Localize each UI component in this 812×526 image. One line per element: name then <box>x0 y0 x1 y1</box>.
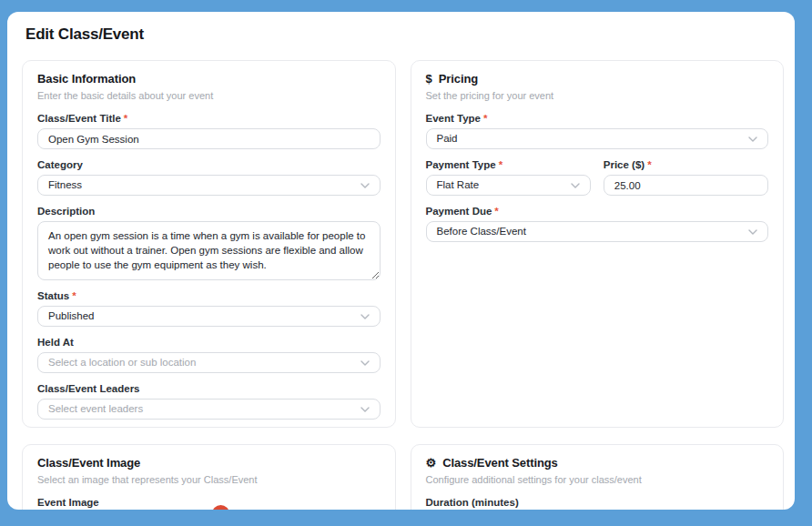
chevron-down-icon <box>748 229 757 235</box>
description-textarea[interactable]: An open gym session is a time when a gym… <box>37 221 381 280</box>
category-label: Category <box>37 159 381 170</box>
chevron-down-icon <box>360 314 370 319</box>
payment-type-select-value: Flat Rate <box>437 176 480 195</box>
category-select-value: Fitness <box>48 176 82 195</box>
edit-class-event-page: Edit Class/Event Basic Information Enter… <box>7 12 795 510</box>
event-type-label: Event Type * <box>426 113 769 124</box>
event-type-select-value: Paid <box>437 129 458 148</box>
held-at-label: Held At <box>37 337 381 348</box>
event-title-field: Class/Event Title * <box>37 113 381 149</box>
payment-due-select-value: Before Class/Event <box>437 222 526 241</box>
chevron-down-icon <box>360 407 370 412</box>
duration-field: Duration (minutes) <box>426 497 769 508</box>
duration-label: Duration (minutes) <box>426 497 769 508</box>
required-marker: * <box>494 206 498 217</box>
settings-card-header: ⚙ Class/Event Settings <box>426 456 769 470</box>
image-card-subtitle: Select an image that represents your Cla… <box>37 473 381 487</box>
event-title-label: Class/Event Title * <box>37 113 381 124</box>
price-input[interactable] <box>604 175 768 196</box>
top-cards-row: Basic Information Enter the basic detail… <box>7 60 795 428</box>
event-type-select[interactable]: Paid <box>426 128 769 149</box>
payment-due-field: Payment Due * Before Class/Event <box>426 206 769 242</box>
payment-due-select[interactable]: Before Class/Event <box>426 221 769 242</box>
bottom-cards-row: Class/Event Image Select an image that r… <box>7 444 795 510</box>
leaders-select[interactable]: Select event leaders <box>37 399 381 420</box>
basic-information-card: Basic Information Enter the basic detail… <box>22 60 396 428</box>
category-field: Category Fitness <box>37 159 381 196</box>
image-card-title: Class/Event Image <box>37 456 140 470</box>
image-card-header: Class/Event Image <box>37 456 381 470</box>
app-frame: { "page": { "title": "Edit Class/Event" … <box>0 0 812 526</box>
leaders-select-placeholder: Select event leaders <box>48 400 143 419</box>
payment-row: Payment Type * Flat Rate Price ($) * <box>426 149 769 196</box>
gear-icon: ⚙ <box>426 456 437 470</box>
page-title: Edit Class/Event <box>25 24 795 46</box>
status-label: Status * <box>37 290 381 301</box>
status-select[interactable]: Published <box>37 306 381 327</box>
class-event-image-card: Class/Event Image Select an image that r… <box>22 444 396 510</box>
basic-information-subtitle: Enter the basic details about your event <box>37 89 381 103</box>
pricing-header: $ Pricing <box>426 72 769 86</box>
payment-type-field: Payment Type * Flat Rate <box>426 159 591 196</box>
pricing-card: $ Pricing Set the pricing for your event… <box>411 60 785 428</box>
description-field: Description An open gym session is a tim… <box>37 206 381 280</box>
leaders-label: Class/Event Leaders <box>37 383 381 394</box>
status-field: Status * Published <box>37 290 381 327</box>
payment-type-label: Payment Type * <box>426 159 591 170</box>
dollar-icon: $ <box>426 72 432 86</box>
pricing-title: Pricing <box>439 72 478 86</box>
event-image-field: Event Image <box>37 497 381 508</box>
status-select-value: Published <box>48 307 95 326</box>
required-marker: * <box>647 159 651 170</box>
settings-card-subtitle: Configure additional settings for your c… <box>426 473 769 487</box>
chevron-down-icon <box>360 183 370 188</box>
required-marker: * <box>124 113 127 124</box>
leaders-field: Class/Event Leaders Select event leaders <box>37 383 381 420</box>
basic-information-header: Basic Information <box>37 72 381 86</box>
held-at-field: Held At Select a location or sub locatio… <box>37 337 381 373</box>
required-marker: * <box>483 113 487 124</box>
payment-due-label: Payment Due * <box>426 206 769 217</box>
description-label: Description <box>37 206 381 217</box>
required-marker: * <box>72 290 76 301</box>
chevron-down-icon <box>360 360 370 366</box>
settings-card-title: Class/Event Settings <box>442 456 558 470</box>
category-select[interactable]: Fitness <box>37 175 381 196</box>
class-event-settings-card: ⚙ Class/Event Settings Configure additio… <box>411 444 785 510</box>
basic-information-title: Basic Information <box>37 72 136 86</box>
payment-type-select[interactable]: Flat Rate <box>426 175 591 196</box>
price-label: Price ($) * <box>604 159 768 170</box>
held-at-select[interactable]: Select a location or sub location <box>37 352 381 373</box>
event-type-field: Event Type * Paid <box>426 113 769 149</box>
event-image-label: Event Image <box>37 497 381 508</box>
held-at-select-placeholder: Select a location or sub location <box>48 353 196 372</box>
chevron-down-icon <box>571 183 580 188</box>
chevron-down-icon <box>748 137 757 142</box>
price-field: Price ($) * <box>604 159 768 196</box>
required-marker: * <box>499 159 502 170</box>
pricing-subtitle: Set the pricing for your event <box>426 89 769 103</box>
event-title-input[interactable] <box>37 128 381 149</box>
